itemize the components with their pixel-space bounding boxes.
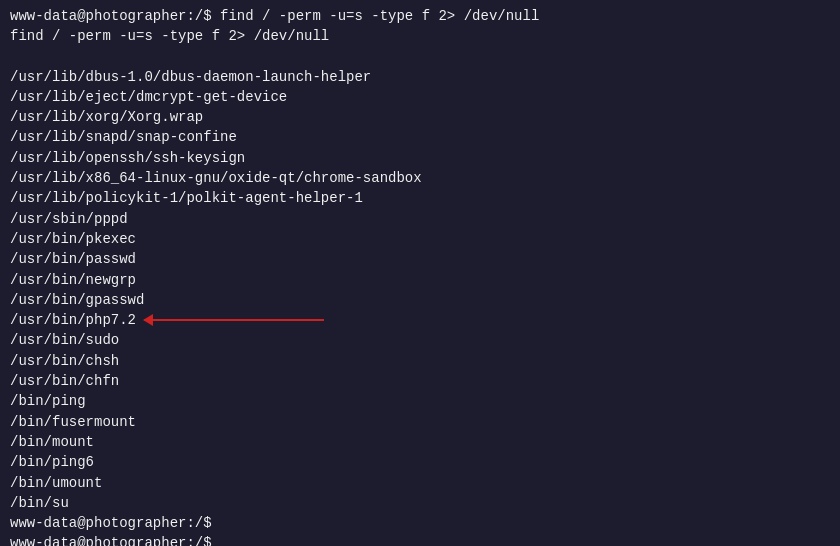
path-line-13: /usr/bin/sudo: [10, 330, 830, 350]
command-echo: find / -perm -u=s -type f 2> /dev/null: [10, 26, 830, 46]
path-line-18: /bin/mount: [10, 432, 830, 452]
echo-line: find / -perm -u=s -type f 2> /dev/null: [10, 26, 329, 46]
path-line-8: /usr/sbin/pppd: [10, 209, 830, 229]
prompt-1: www-data@photographer:/$ find / -perm -u…: [10, 6, 539, 26]
command-line-1: www-data@photographer:/$ find / -perm -u…: [10, 6, 830, 26]
arrow-line: [144, 319, 324, 321]
path-line-17: /bin/fusermount: [10, 412, 830, 432]
path-line-1: /usr/lib/dbus-1.0/dbus-daemon-launch-hel…: [10, 67, 830, 87]
empty-line: [10, 47, 830, 67]
final-prompt-2: www-data@photographer:/$: [10, 533, 830, 546]
path-line-20: /bin/umount: [10, 473, 830, 493]
path-line-3: /usr/lib/xorg/Xorg.wrap: [10, 107, 830, 127]
path-line-21: /bin/su: [10, 493, 830, 513]
path-line-9: /usr/bin/pkexec: [10, 229, 830, 249]
terminal[interactable]: www-data@photographer:/$ find / -perm -u…: [0, 0, 840, 546]
php-path: /usr/bin/php7.2: [10, 310, 136, 330]
path-line-12: /usr/bin/gpasswd: [10, 290, 830, 310]
highlighted-php-line: /usr/bin/php7.2: [10, 310, 830, 330]
path-line-10: /usr/bin/passwd: [10, 249, 830, 269]
final-prompt-1: www-data@photographer:/$: [10, 513, 830, 533]
path-line-11: /usr/bin/newgrp: [10, 270, 830, 290]
path-line-16: /bin/ping: [10, 391, 830, 411]
path-line-4: /usr/lib/snapd/snap-confine: [10, 127, 830, 147]
arrow-indicator: [144, 310, 324, 330]
path-line-7: /usr/lib/policykit-1/polkit-agent-helper…: [10, 188, 830, 208]
path-line-15: /usr/bin/chfn: [10, 371, 830, 391]
path-line-5: /usr/lib/openssh/ssh-keysign: [10, 148, 830, 168]
path-line-2: /usr/lib/eject/dmcrypt-get-device: [10, 87, 830, 107]
path-line-19: /bin/ping6: [10, 452, 830, 472]
path-line-14: /usr/bin/chsh: [10, 351, 830, 371]
path-line-6: /usr/lib/x86_64-linux-gnu/oxide-qt/chrom…: [10, 168, 830, 188]
